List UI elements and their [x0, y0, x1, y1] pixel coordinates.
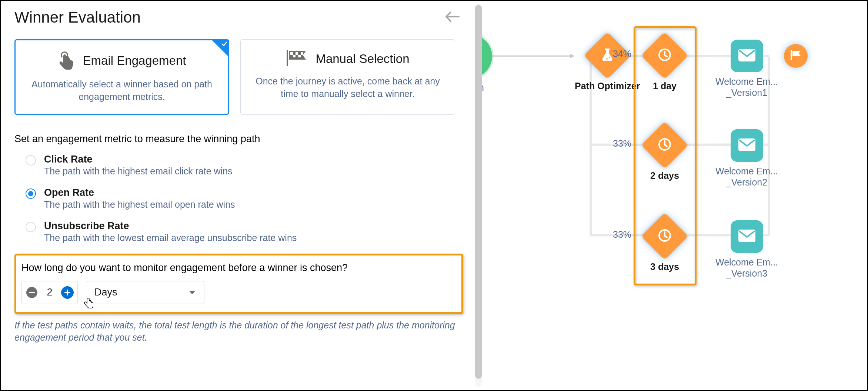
radio-click-rate[interactable]: Click Rate The path with the highest ema…	[26, 154, 463, 177]
card-description: Once the journey is active, come back at…	[251, 75, 444, 100]
footnote: If the test paths contain waits, the tot…	[14, 319, 463, 344]
clock-icon	[658, 228, 672, 244]
svg-rect-20	[738, 138, 755, 151]
chevron-down-icon	[188, 287, 196, 298]
split-percent: 33%	[613, 229, 631, 240]
svg-rect-8	[64, 292, 70, 293]
email-node-3[interactable]	[731, 220, 763, 253]
wait-label: 3 days	[650, 261, 679, 272]
wait-node-1[interactable]	[641, 32, 688, 79]
radio-description: The path with the highest email click ra…	[44, 166, 233, 177]
unit-value: Days	[94, 287, 117, 298]
svg-rect-4	[293, 55, 296, 57]
decrement-button[interactable]	[26, 287, 37, 298]
card-title: Manual Selection	[316, 52, 409, 66]
radio-description: The path with the lowest email average u…	[44, 233, 297, 243]
email-node-1[interactable]	[731, 40, 763, 72]
svg-rect-22	[791, 50, 792, 60]
svg-rect-2	[296, 52, 298, 55]
envelope-icon	[738, 48, 756, 64]
cursor-pointer-icon	[84, 297, 93, 310]
card-email-engagement[interactable]: Email Engagement Automatically select a …	[14, 39, 229, 115]
wait-label: 2 days	[650, 170, 679, 181]
split-percent: 34%	[613, 49, 631, 59]
radio-label: Click Rate	[44, 154, 233, 165]
svg-rect-6	[29, 292, 35, 293]
svg-rect-19	[738, 49, 755, 61]
journey-canvas[interactable]: ension Path Optimizer 34% 33% 33% 1 day	[482, 1, 867, 390]
radio-open-rate[interactable]: Open Rate The path with the highest emai…	[26, 187, 463, 210]
duration-highlight: How long do you want to monitor engageme…	[14, 254, 463, 314]
wait-node-2[interactable]	[641, 121, 688, 168]
touch-icon	[58, 50, 75, 71]
svg-rect-5	[298, 55, 301, 57]
svg-rect-1	[290, 52, 293, 55]
metric-section-label: Set an engagement metric to measure the …	[14, 133, 463, 145]
radio-description: The path with the highest email open rat…	[44, 199, 235, 210]
card-description: Automatically select a winner based on p…	[26, 78, 218, 103]
selected-checkmark-icon	[211, 40, 229, 57]
end-node[interactable]	[784, 44, 808, 68]
finish-flag-icon	[286, 49, 307, 68]
entry-node[interactable]	[482, 34, 492, 78]
duration-question: How long do you want to monitor engageme…	[21, 262, 456, 274]
radio-unsubscribe-rate[interactable]: Unsubscribe Rate The path with the lowes…	[26, 220, 463, 243]
radio-icon	[26, 222, 36, 232]
card-manual-selection[interactable]: Manual Selection Once the journey is act…	[240, 39, 455, 115]
duration-value: 2	[45, 287, 54, 298]
svg-rect-21	[738, 230, 755, 242]
increment-button[interactable]	[62, 287, 73, 298]
envelope-icon	[738, 229, 756, 244]
radio-icon	[26, 188, 36, 199]
panel-title: Winner Evaluation	[14, 9, 141, 26]
duration-unit-select[interactable]: Days	[86, 281, 204, 304]
duration-stepper[interactable]: 2	[21, 281, 78, 304]
wait-node-3[interactable]	[641, 213, 688, 260]
back-arrow-icon[interactable]	[445, 11, 460, 24]
clock-icon	[658, 137, 672, 153]
wait-label: 1 day	[653, 80, 677, 91]
radio-icon	[26, 155, 36, 166]
card-title: Email Engagement	[83, 54, 186, 68]
envelope-icon	[738, 138, 756, 153]
svg-rect-0	[287, 50, 288, 66]
email-label: Welcome Em... _Version2	[715, 166, 778, 188]
email-node-2[interactable]	[731, 129, 763, 162]
optimizer-label: Path Optimizer	[575, 80, 640, 91]
radio-label: Unsubscribe Rate	[44, 220, 297, 232]
scrollbar-thumb[interactable]	[475, 5, 482, 379]
clock-icon	[658, 48, 672, 63]
svg-rect-3	[301, 52, 303, 55]
split-percent: 33%	[613, 138, 631, 149]
scrollbar[interactable]	[475, 4, 482, 387]
radio-label: Open Rate	[44, 187, 235, 198]
email-label: Welcome Em... _Version3	[715, 257, 778, 279]
email-label: Welcome Em... _Version1	[715, 76, 778, 98]
finish-flag-icon	[789, 50, 802, 62]
entry-label: ension	[482, 82, 484, 93]
